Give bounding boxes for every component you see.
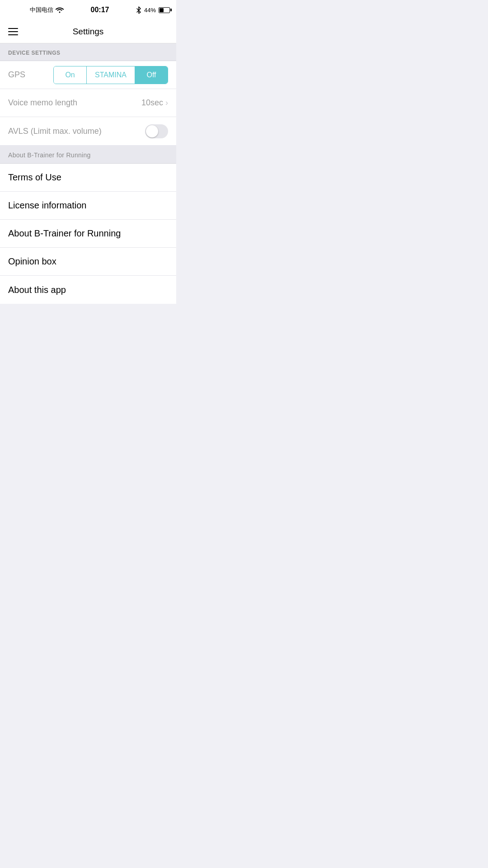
avls-label: AVLS (Limit max. volume): [8, 127, 102, 136]
gps-on-button[interactable]: On: [54, 66, 86, 84]
voice-memo-label: Voice memo length: [8, 98, 77, 108]
wifi-icon: [56, 7, 64, 13]
license-info-label: License information: [8, 200, 86, 211]
gps-label: GPS: [8, 70, 25, 80]
voice-memo-row[interactable]: Voice memo length 10sec ›: [0, 89, 176, 117]
status-bar: 中国电信 00:17 44%: [0, 0, 176, 20]
hamburger-menu-button[interactable]: [8, 28, 18, 35]
gps-row: GPS On STAMINA Off: [0, 61, 176, 89]
carrier-label: 中国电信: [30, 6, 53, 14]
status-left: 中国电信: [6, 6, 64, 14]
device-settings-header: DEVICE SETTINGS: [0, 43, 176, 61]
about-btrainer-label: About B-Trainer for Running: [8, 228, 121, 239]
voice-memo-value: 10sec ›: [141, 98, 168, 108]
opinion-box-item[interactable]: Opinion box: [0, 248, 176, 276]
battery-icon: [159, 7, 170, 13]
about-app-label: About this app: [8, 285, 66, 295]
battery-percent: 44%: [144, 7, 156, 14]
avls-toggle[interactable]: [145, 124, 168, 138]
device-settings-section: GPS On STAMINA Off Voice memo length 10s…: [0, 61, 176, 145]
about-btrainer-item[interactable]: About B-Trainer for Running: [0, 220, 176, 248]
status-time: 00:17: [91, 6, 109, 14]
license-info-item[interactable]: License information: [0, 192, 176, 220]
about-app-item[interactable]: About this app: [0, 276, 176, 304]
gps-toggle[interactable]: On STAMINA Off: [53, 66, 168, 84]
about-list-section: Terms of Use License information About B…: [0, 164, 176, 304]
gps-stamina-button[interactable]: STAMINA: [86, 66, 135, 84]
bottom-fill: [0, 304, 176, 439]
opinion-box-label: Opinion box: [8, 256, 56, 267]
about-section-header: About B-Trainer for Running: [0, 145, 176, 164]
chevron-right-icon: ›: [165, 98, 168, 108]
avls-row: AVLS (Limit max. volume): [0, 117, 176, 145]
signal-strength: [6, 9, 28, 12]
terms-of-use-item[interactable]: Terms of Use: [0, 164, 176, 192]
status-right: 44%: [136, 6, 170, 14]
terms-of-use-label: Terms of Use: [8, 172, 61, 183]
page-title: Settings: [73, 27, 104, 37]
bluetooth-icon: [136, 6, 141, 14]
gps-off-button[interactable]: Off: [135, 66, 168, 84]
nav-bar: Settings: [0, 20, 176, 43]
voice-memo-current-value: 10sec: [141, 98, 163, 108]
